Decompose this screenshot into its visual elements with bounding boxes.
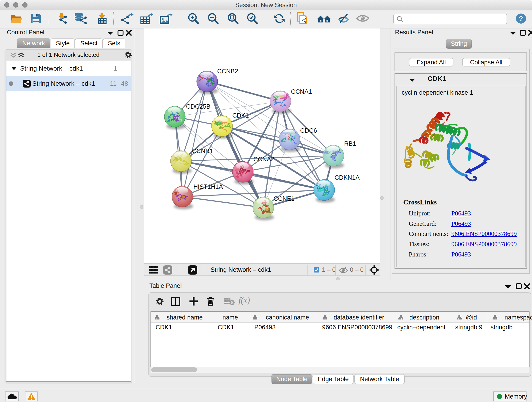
svg-text:CCNE1: CCNE1 bbox=[273, 195, 295, 202]
svg-text:CDKN1A: CDKN1A bbox=[335, 174, 360, 181]
svg-text:CDC6: CDC6 bbox=[300, 127, 317, 134]
svg-text:CCNB2: CCNB2 bbox=[217, 68, 238, 75]
svg-text:HIST1H1A: HIST1H1A bbox=[193, 183, 223, 190]
svg-text:CCNA2: CCNA2 bbox=[253, 156, 274, 163]
svg-text:CDK1: CDK1 bbox=[232, 112, 249, 119]
svg-text:?: ? bbox=[519, 15, 523, 22]
svg-text:CDC25B: CDC25B bbox=[186, 103, 210, 110]
svg-text:CCNB1: CCNB1 bbox=[192, 148, 213, 154]
svg-text:CCNA1: CCNA1 bbox=[291, 88, 312, 95]
svg-text:RB1: RB1 bbox=[344, 140, 356, 147]
